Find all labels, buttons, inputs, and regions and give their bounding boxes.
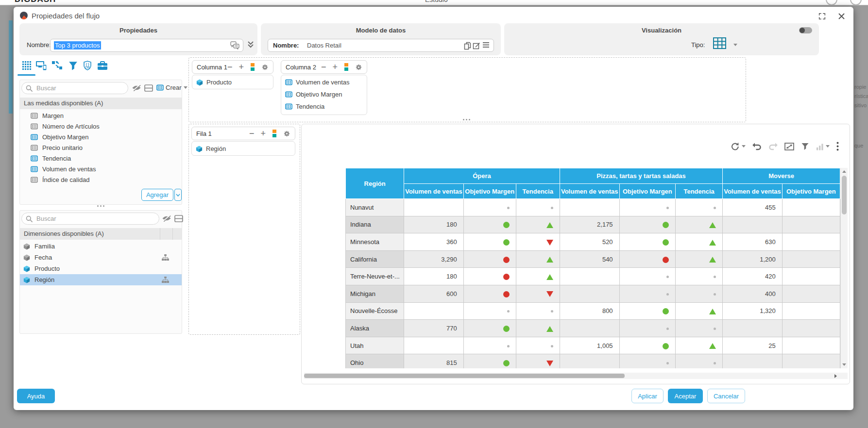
- column1-item[interactable]: Producto: [192, 76, 273, 88]
- scroll-up-arrow-icon[interactable]: [842, 170, 846, 173]
- column2-item[interactable]: Volumen de ventas: [281, 76, 367, 88]
- close-icon[interactable]: [837, 12, 846, 20]
- measure-item[interactable]: Margen: [20, 110, 182, 121]
- redo-button[interactable]: [768, 143, 778, 150]
- no-data-dot-icon: [507, 207, 510, 209]
- measure-item[interactable]: Precio unitario: [20, 142, 182, 153]
- type-dropdown-caret-icon[interactable]: [733, 44, 737, 46]
- trend-up-icon: [546, 222, 553, 228]
- datamodel-name-field[interactable]: Nombre: Datos Retail: [268, 39, 494, 52]
- row1-settings-gear-icon[interactable]: [283, 130, 290, 137]
- measure-item[interactable]: Volumen de ventas: [20, 164, 182, 174]
- add-measure-dropdown[interactable]: [174, 189, 182, 201]
- edit-datamodel-icon[interactable]: [473, 42, 480, 49]
- horizontal-scrollbar[interactable]: [304, 373, 848, 379]
- dimension-item[interactable]: Producto: [20, 263, 182, 274]
- column2-palette-icon[interactable]: [344, 63, 349, 71]
- vertical-scrollbar[interactable]: [840, 168, 848, 368]
- data-cell: [516, 320, 560, 337]
- data-cell: [516, 337, 560, 354]
- measure-column-header: Objetivo Margen: [782, 184, 840, 199]
- tab-filter[interactable]: [67, 59, 79, 72]
- tab-css[interactable]: { }CSS: [81, 59, 94, 72]
- datamodel-name-label: Nombre:: [273, 42, 299, 49]
- help-button[interactable]: Ayuda: [17, 389, 55, 403]
- data-cell: [676, 337, 723, 354]
- column1-add-button[interactable]: +: [238, 63, 244, 71]
- fullscreen-preview-button[interactable]: [784, 143, 794, 150]
- measure-item[interactable]: Índice de calidad: [20, 174, 182, 185]
- measures-search-input[interactable]: [35, 84, 128, 92]
- translate-icon[interactable]: [230, 41, 239, 49]
- column2-settings-gear-icon[interactable]: [355, 64, 362, 71]
- tab-toolbox[interactable]: [96, 59, 109, 72]
- resize-handle[interactable]: [463, 119, 470, 120]
- tab-interactions[interactable]: [51, 59, 64, 72]
- accept-button[interactable]: Aceptar: [668, 389, 703, 403]
- expand-properties-chevrons-icon[interactable]: [247, 41, 254, 49]
- cancel-button[interactable]: Cancelar: [707, 389, 745, 403]
- measure-item[interactable]: Número de Artículos: [20, 121, 182, 132]
- dimensions-search-input[interactable]: [35, 214, 159, 223]
- dimension-item[interactable]: Familia: [20, 241, 182, 252]
- column2-add-button[interactable]: +: [332, 63, 338, 71]
- resize-handle[interactable]: [97, 205, 104, 207]
- column2-items: Volumen de ventasObjetivo MargenTendenci…: [281, 75, 367, 115]
- help-circle-icon[interactable]: [826, 0, 837, 5]
- row1-add-button[interactable]: +: [260, 129, 266, 138]
- no-data-dot-icon: [507, 345, 510, 347]
- row1-palette-icon[interactable]: [272, 129, 277, 138]
- data-cell: [782, 268, 840, 285]
- measure-label: Margen: [42, 112, 64, 119]
- measures-search[interactable]: [21, 82, 128, 94]
- measure-item[interactable]: Tendencia: [20, 153, 182, 164]
- chart-options-button[interactable]: [816, 143, 830, 150]
- more-options-kebab-icon[interactable]: [836, 142, 839, 151]
- visualization-toggle[interactable]: [799, 27, 812, 33]
- add-measure-label: Agregar: [146, 191, 169, 198]
- hide-dimensions-icon[interactable]: [162, 214, 171, 222]
- scroll-down-arrow-icon[interactable]: [842, 363, 846, 366]
- status-red-icon: [663, 257, 669, 263]
- duplicate-datamodel-icon[interactable]: [464, 42, 471, 50]
- data-cell: [619, 216, 676, 233]
- tab-devices[interactable]: [35, 59, 48, 72]
- cancel-label: Cancelar: [714, 393, 739, 400]
- maximize-icon[interactable]: [817, 12, 826, 20]
- row1-item[interactable]: Región: [192, 143, 295, 155]
- status-red-icon: [503, 274, 510, 280]
- scroll-right-arrow-icon[interactable]: [834, 374, 837, 378]
- region-cell: Ohio: [346, 354, 404, 368]
- apply-button[interactable]: Aplicar: [631, 389, 664, 403]
- user-circle-icon[interactable]: [850, 0, 862, 5]
- column2-item[interactable]: Tendencia: [281, 100, 367, 113]
- table-type-icon[interactable]: [713, 37, 726, 49]
- hide-measures-icon[interactable]: [132, 84, 141, 92]
- column1-settings-gear-icon[interactable]: [261, 64, 269, 71]
- data-cell: [619, 302, 676, 320]
- measure-item[interactable]: Objetivo Margen: [20, 132, 182, 142]
- column2-item[interactable]: Objetivo Margen: [281, 88, 367, 100]
- collapse-measures-icon[interactable]: [144, 84, 153, 92]
- column2-remove-button[interactable]: −: [321, 63, 326, 71]
- column1-remove-button[interactable]: −: [227, 63, 233, 71]
- data-cell: 520: [560, 233, 619, 251]
- filter-button[interactable]: [801, 143, 809, 150]
- column1-palette-icon[interactable]: [250, 63, 255, 71]
- dimension-item[interactable]: Región: [20, 274, 182, 285]
- flow-name-input[interactable]: Top 3 productos: [50, 39, 243, 52]
- measures-block: Crear Las medidas disponibles (A) Margen…: [19, 80, 182, 205]
- row1-remove-button[interactable]: −: [249, 129, 255, 138]
- horizontal-scrollbar-thumb[interactable]: [304, 374, 625, 378]
- vertical-scrollbar-thumb[interactable]: [842, 176, 847, 214]
- dimension-item[interactable]: Fecha: [20, 252, 182, 263]
- datamodel-menu-icon[interactable]: [482, 42, 490, 48]
- add-measure-button[interactable]: Agregar: [141, 189, 173, 201]
- refresh-button[interactable]: [731, 142, 746, 151]
- tab-data[interactable]: [20, 59, 33, 72]
- data-cell: [723, 216, 783, 233]
- undo-button[interactable]: [752, 143, 762, 150]
- dimensions-search[interactable]: [21, 213, 159, 225]
- collapse-dimensions-icon[interactable]: [174, 214, 184, 222]
- create-measure-button[interactable]: Crear: [156, 84, 187, 91]
